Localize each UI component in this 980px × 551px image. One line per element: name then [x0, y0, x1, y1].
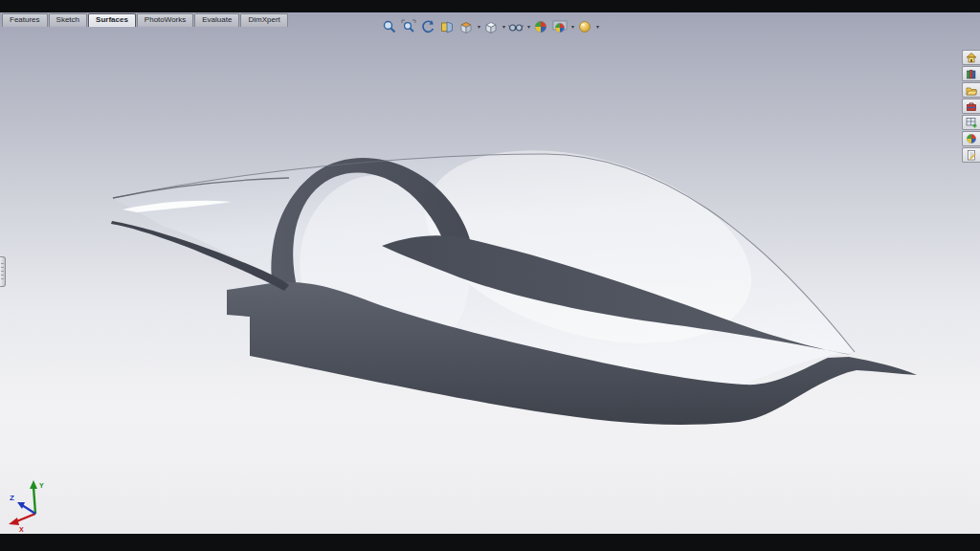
tab-features[interactable]: Features — [2, 13, 48, 27]
zoom-to-area-icon[interactable] — [400, 18, 417, 35]
dropdown-arrow-icon[interactable]: ▾ — [596, 24, 599, 30]
hide-show-items-icon[interactable] — [507, 18, 524, 35]
heads-up-view-toolbar: ▾ ▾ ▾ — [381, 18, 599, 35]
app-window: Z Y X Features Sketch Surfaces PhotoWork… — [0, 0, 980, 551]
tab-photoworks[interactable]: PhotoWorks — [137, 13, 193, 27]
section-view-icon[interactable] — [438, 18, 456, 35]
triad-z-label: Z — [10, 494, 14, 502]
dropdown-arrow-icon[interactable]: ▾ — [527, 24, 530, 30]
command-manager-tabs: Features Sketch Surfaces PhotoWorks Eval… — [2, 12, 289, 27]
display-style-icon[interactable] — [482, 18, 500, 35]
letterbox-top — [0, 0, 980, 12]
tab-surfaces[interactable]: Surfaces — [88, 13, 136, 27]
view-settings-icon[interactable] — [576, 18, 593, 35]
edit-appearance-icon[interactable] — [532, 18, 549, 35]
model-canvas: Z Y X — [0, 12, 980, 534]
toolbox-icon[interactable] — [962, 99, 980, 114]
custom-properties-icon[interactable] — [962, 147, 980, 163]
dropdown-arrow-icon[interactable]: ▾ — [502, 24, 505, 30]
feature-tree-splitter-handle[interactable] — [0, 256, 6, 287]
tab-evaluate[interactable]: Evaluate — [194, 13, 239, 27]
graphics-viewport[interactable]: Z Y X Features Sketch Surfaces PhotoWork… — [0, 12, 980, 534]
triad-y-label: Y — [39, 482, 44, 489]
apply-scene-icon[interactable] — [551, 18, 568, 35]
zoom-to-fit-icon[interactable] — [381, 18, 398, 35]
file-explorer-icon[interactable] — [962, 82, 980, 98]
triad-x-label: X — [19, 526, 24, 533]
design-library-icon[interactable] — [962, 66, 980, 81]
orientation-triad: Z Y X — [9, 480, 44, 533]
tab-sketch[interactable]: Sketch — [49, 13, 87, 27]
previous-view-icon[interactable] — [419, 18, 436, 35]
tab-dimxpert[interactable]: DimXpert — [240, 13, 287, 27]
view-orientation-icon[interactable] — [457, 18, 475, 35]
view-palette-icon[interactable] — [962, 115, 980, 130]
dropdown-arrow-icon[interactable]: ▾ — [571, 24, 574, 30]
task-pane-strip — [962, 50, 980, 163]
solidworks-resources-icon[interactable] — [962, 50, 980, 65]
letterbox-bottom — [0, 534, 980, 551]
appearances-scenes-icon[interactable] — [962, 131, 980, 146]
dropdown-arrow-icon[interactable]: ▾ — [478, 24, 480, 30]
